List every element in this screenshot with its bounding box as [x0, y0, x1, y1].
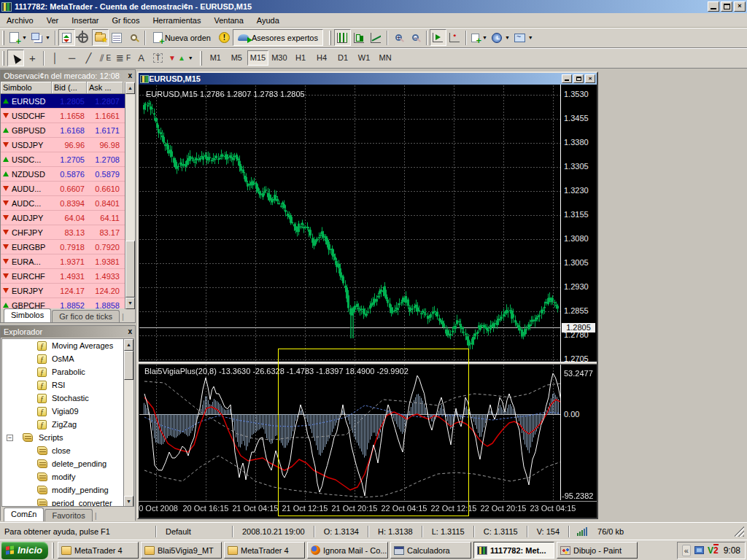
- timeframe-button[interactable]: M5: [226, 50, 247, 66]
- taskbar-task-button[interactable]: Ignora Mail - Co...: [307, 542, 388, 559]
- timeframe-button[interactable]: M15: [247, 50, 268, 66]
- timeframe-button[interactable]: H4: [311, 50, 333, 66]
- navigator-indicator-item[interactable]: ƒ RSI: [2, 378, 133, 392]
- resize-grip[interactable]: [734, 526, 744, 537]
- close-icon[interactable]: x: [128, 72, 132, 79]
- templates-button[interactable]: ▼: [512, 29, 535, 46]
- navigator-indicator-item[interactable]: ƒ Vigia09: [2, 405, 133, 418]
- data-window-button[interactable]: [75, 29, 92, 46]
- strategy-tester-button[interactable]: [125, 29, 142, 46]
- arrows-tool[interactable]: ▼▲▼: [166, 50, 196, 66]
- navigator-scripts-node[interactable]: − Scripts: [2, 431, 133, 444]
- zoom-out-button[interactable]: −: [407, 29, 424, 46]
- chart-close-button[interactable]: ×: [585, 74, 595, 83]
- market-watch-row[interactable]: USDJPY 96.96 96.98: [1, 138, 125, 152]
- close-icon[interactable]: x: [128, 328, 132, 335]
- column-ask[interactable]: Ask ...: [87, 82, 123, 93]
- navigator-indicator-item[interactable]: ƒ ZigZag: [2, 418, 133, 431]
- bar-chart-button[interactable]: [334, 29, 351, 46]
- market-watch-row[interactable]: CHFJPY 83.13 83.17: [1, 225, 125, 240]
- market-watch-row[interactable]: USDC... 1.2705 1.2708: [1, 152, 125, 167]
- market-watch-row[interactable]: AUDU... 0.6607 0.6610: [1, 182, 125, 196]
- market-watch-row[interactable]: USDCHF 1.1658 1.1661: [1, 109, 125, 123]
- scroll-up-icon[interactable]: ▲: [125, 82, 135, 94]
- timeframe-button[interactable]: M1: [205, 50, 226, 66]
- menu-item[interactable]: Gr ficos: [106, 15, 147, 26]
- taskbar-task-button[interactable]: MetaTrader 4: [224, 542, 305, 559]
- collapse-icon[interactable]: −: [7, 435, 13, 441]
- toolbar-grip[interactable]: [329, 31, 331, 45]
- scroll-up-icon[interactable]: ▲: [124, 339, 133, 351]
- tray-chevron-icon[interactable]: «: [682, 545, 691, 556]
- toolbar-grip[interactable]: [2, 31, 4, 45]
- text-label-tool[interactable]: T: [150, 50, 166, 66]
- close-button[interactable]: ×: [734, 1, 746, 12]
- taskbar-task-button[interactable]: MetaTrader 4: [58, 542, 139, 559]
- candlestick-chart-canvas[interactable]: [139, 85, 560, 362]
- market-watch-row[interactable]: EURA... 1.9371 1.9381: [1, 254, 125, 269]
- profiles-button[interactable]: ▼: [29, 29, 53, 46]
- market-watch-row[interactable]: EURCHF 1.4931 1.4933: [1, 269, 125, 284]
- market-watch-row[interactable]: AUDC... 0.8394 0.8401: [1, 196, 125, 211]
- taskbar-task-button[interactable]: Dibujo - Paint: [557, 542, 638, 559]
- status-profile[interactable]: Default: [160, 527, 229, 536]
- timeframe-button[interactable]: H1: [290, 50, 311, 66]
- tab-simbolos[interactable]: Simbolos: [4, 308, 51, 322]
- scrollbar-thumb[interactable]: [125, 241, 135, 298]
- line-chart-button[interactable]: [368, 29, 384, 46]
- taskbar-task-button[interactable]: 1117782: Met...: [473, 542, 554, 559]
- market-watch-scrollbar[interactable]: ▲ ▼: [125, 82, 135, 309]
- navigator-scrollbar[interactable]: ▲ ▼: [123, 339, 133, 507]
- navigator-indicator-item[interactable]: ƒ Stochastic: [2, 392, 133, 405]
- menu-item[interactable]: Ventana: [207, 15, 249, 26]
- market-watch-row[interactable]: EURJPY 124.17 124.20: [1, 284, 125, 298]
- timeframe-button[interactable]: W1: [354, 50, 375, 66]
- navigator-script-item[interactable]: modify: [2, 470, 133, 483]
- column-bid[interactable]: Bid (...: [52, 82, 87, 93]
- scroll-down-icon[interactable]: ▼: [125, 298, 135, 309]
- tab-comun[interactable]: Com£n: [4, 508, 44, 521]
- menu-item[interactable]: Archivo: [0, 15, 40, 26]
- channel-tool[interactable]: ⫽E: [97, 50, 114, 66]
- navigator-script-item[interactable]: delete_pending: [2, 457, 133, 470]
- vertical-line-tool[interactable]: │: [47, 50, 63, 66]
- chart-minimize-button[interactable]: [562, 74, 572, 83]
- crosshair-tool[interactable]: +: [24, 50, 41, 66]
- auto-scroll-toggle[interactable]: [430, 29, 446, 46]
- taskbar-task-button[interactable]: Calculadora: [390, 542, 471, 559]
- market-watch-row[interactable]: GBPCHF 1.8852 1.8858: [1, 298, 125, 308]
- navigator-script-item[interactable]: modify_pending: [2, 483, 133, 497]
- navigator-indicator-item[interactable]: ƒ OsMA: [2, 352, 133, 365]
- chart-shift-button[interactable]: *: [446, 29, 463, 46]
- scroll-down-icon[interactable]: ▼: [124, 496, 133, 507]
- timeframe-button[interactable]: M30: [268, 50, 290, 66]
- market-watch-row[interactable]: EURGBP 0.7918 0.7920: [1, 240, 125, 254]
- menu-item[interactable]: Ayuda: [250, 15, 286, 26]
- timeframe-button[interactable]: MN: [375, 50, 396, 66]
- market-watch-row[interactable]: AUDJPY 64.04 64.11: [1, 211, 125, 225]
- taskbar-task-button[interactable]: Blai5Vigia9_MT: [141, 542, 222, 559]
- tab-favoritos[interactable]: Favoritos: [44, 509, 92, 521]
- zoom-in-button[interactable]: +: [390, 29, 407, 46]
- menu-item[interactable]: Herramientas: [146, 15, 207, 26]
- market-watch-row[interactable]: GBPUSD 1.6168 1.6171: [1, 123, 125, 138]
- candlestick-chart-button[interactable]: [351, 29, 368, 46]
- trendline-tool[interactable]: ╱: [80, 50, 97, 66]
- market-watch-toggle[interactable]: [58, 29, 75, 46]
- menu-item[interactable]: Insertar: [65, 15, 105, 26]
- alert-icon[interactable]: !: [216, 29, 233, 46]
- horizontal-line-tool[interactable]: ─: [63, 50, 80, 66]
- navigator-script-item[interactable]: period_converter: [2, 497, 133, 507]
- tray-clock[interactable]: 9:08: [722, 545, 740, 556]
- terminal-button[interactable]: [109, 29, 125, 46]
- minimize-button[interactable]: [708, 1, 719, 12]
- navigator-indicator-item[interactable]: ƒ Moving Averages: [2, 339, 133, 352]
- new-order-button[interactable]: + Nueva orden: [148, 29, 216, 46]
- cursor-tool[interactable]: [7, 50, 24, 66]
- navigator-toggle[interactable]: ★: [92, 29, 109, 46]
- market-watch-row[interactable]: EURUSD 1.2805 1.2807: [1, 94, 125, 109]
- periods-button[interactable]: ▼: [489, 29, 512, 46]
- fibonacci-tool[interactable]: ≣F: [114, 50, 133, 66]
- indicators-button[interactable]: +▼: [469, 29, 489, 46]
- antivirus-icon[interactable]: V2: [708, 545, 719, 556]
